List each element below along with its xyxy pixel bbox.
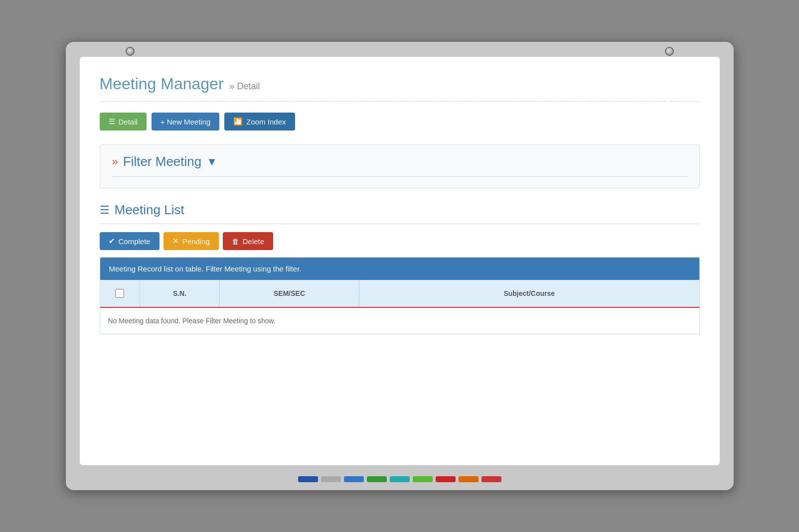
breadcrumb-separator: » Detail: [230, 81, 260, 92]
filter-title: » Filter Meeting ▼: [112, 154, 687, 169]
pen-1: [298, 476, 318, 482]
zoom-index-label: Zoom Index: [246, 118, 286, 126]
detail-label: Detail: [119, 118, 138, 126]
toolbar: ☰ Detail + New Meeting 🎦 Zoom Index: [100, 113, 700, 131]
pen-7: [436, 476, 456, 482]
section-title-text: Meeting List: [115, 202, 184, 218]
complete-button[interactable]: ✔ Complete: [100, 232, 160, 250]
filter-section: » Filter Meeting ▼: [100, 144, 700, 188]
pending-label: Pending: [182, 237, 210, 246]
x-icon: ✕: [172, 237, 179, 246]
trash-icon: 🗑: [232, 237, 239, 246]
screw-top-right: [665, 47, 674, 56]
pen-6: [413, 476, 433, 482]
select-all-checkbox[interactable]: [115, 289, 124, 298]
delete-label: Delete: [243, 237, 264, 246]
th-sn: S.N.: [140, 280, 220, 307]
table-info-text: Meeting Record list on table. Filter Mee…: [109, 265, 302, 273]
pen-9: [481, 476, 501, 482]
action-buttons: ✔ Complete ✕ Pending 🗑 Delete: [100, 232, 700, 250]
meeting-list-section: ☰ Meeting List ✔ Complete ✕ Pending 🗑 De…: [100, 202, 700, 334]
section-title: ☰ Meeting List: [100, 202, 700, 218]
zoom-icon: 🎦: [233, 117, 243, 126]
screw-top-left: [126, 47, 135, 56]
th-subject-course: Subject/Course: [359, 280, 699, 307]
th-checkbox: [100, 280, 140, 307]
new-meeting-label: + New Meeting: [160, 118, 210, 126]
filter-chevron-icon: »: [112, 155, 118, 168]
table-info-bar: Meeting Record list on table. Filter Mee…: [100, 258, 699, 280]
section-divider: [100, 224, 700, 224]
whiteboard-inner: Meeting Manager » Detail ☰ Detail + New …: [80, 57, 720, 465]
header-divider: [100, 101, 700, 102]
page-title: Meeting Manager: [100, 75, 224, 93]
data-table: S.N. SEM/SEC Subject/Course: [100, 280, 699, 334]
filter-divider: [112, 176, 687, 177]
new-meeting-button[interactable]: + New Meeting: [152, 113, 219, 131]
check-icon: ✔: [109, 237, 115, 246]
complete-label: Complete: [119, 237, 151, 246]
bottom-pens: [298, 476, 501, 482]
zoom-index-button[interactable]: 🎦 Zoom Index: [224, 113, 295, 131]
whiteboard-frame: Meeting Manager » Detail ☰ Detail + New …: [66, 42, 734, 490]
detail-icon: ☰: [109, 117, 115, 126]
table-header-row: S.N. SEM/SEC Subject/Course: [100, 280, 699, 307]
empty-row: No Meeting data found. Please Filter Mee…: [100, 308, 699, 334]
filter-title-text: Filter Meeting: [123, 154, 202, 169]
pen-5: [390, 476, 410, 482]
detail-button[interactable]: ☰ Detail: [100, 113, 147, 131]
pending-button[interactable]: ✕ Pending: [163, 232, 219, 250]
empty-message: No Meeting data found. Please Filter Mee…: [108, 317, 276, 325]
pen-4: [367, 476, 387, 482]
pen-8: [459, 476, 479, 482]
th-sem-sec: SEM/SEC: [220, 280, 359, 307]
pen-3: [344, 476, 364, 482]
list-icon: ☰: [100, 204, 110, 217]
pen-2: [321, 476, 341, 482]
delete-button[interactable]: 🗑 Delete: [223, 232, 273, 250]
table-wrapper: Meeting Record list on table. Filter Mee…: [100, 257, 700, 334]
page-header: Meeting Manager » Detail: [100, 75, 700, 93]
filter-funnel-icon: ▼: [206, 155, 217, 168]
